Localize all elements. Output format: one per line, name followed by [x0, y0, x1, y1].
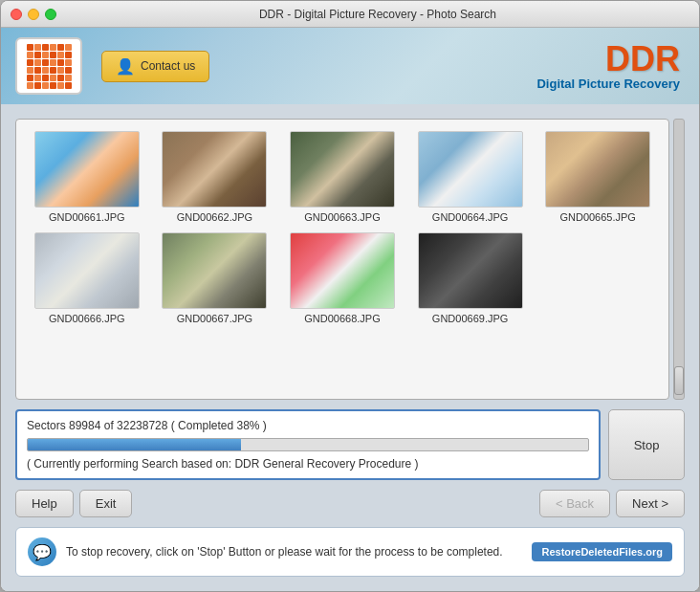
progress-bar-fill — [28, 439, 241, 450]
title-bar: DDR - Digital Picture Recovery - Photo S… — [1, 1, 699, 28]
restore-badge: RestoreDeletedFiles.org — [532, 542, 672, 561]
contact-icon: 👤 — [116, 57, 135, 76]
info-icon: 💬 — [28, 537, 56, 566]
photo-filename: GND00661.JPG — [49, 211, 124, 223]
photo-thumbnail — [290, 232, 395, 309]
stop-button[interactable]: Stop — [608, 409, 685, 480]
photo-item[interactable]: GND00663.JPG — [283, 131, 402, 223]
progress-bar-container — [27, 438, 589, 451]
photo-item[interactable]: GND00664.JPG — [411, 131, 530, 223]
help-button[interactable]: Help — [15, 490, 74, 517]
info-text: To stop recovery, click on 'Stop' Button… — [66, 545, 522, 559]
photo-item[interactable]: GND00666.JPG — [28, 232, 146, 324]
main-window: DDR - Digital Picture Recovery - Photo S… — [0, 0, 700, 592]
photo-thumbnail — [418, 232, 523, 309]
progress-text: Sectors 89984 of 32238728 ( Completed 38… — [27, 419, 589, 432]
info-bar: 💬 To stop recovery, click on 'Stop' Butt… — [15, 527, 685, 577]
contact-button[interactable]: 👤 Contact us — [101, 51, 209, 82]
close-button[interactable] — [11, 9, 22, 20]
photo-thumbnail — [34, 232, 140, 309]
photo-filename: GND00662.JPG — [177, 211, 252, 223]
photo-item[interactable]: GND00665.JPG — [538, 131, 657, 223]
brand-ddr-text: DDR — [536, 42, 680, 77]
photo-filename: GND00669.JPG — [432, 313, 508, 324]
progress-panel: Sectors 89984 of 32238728 ( Completed 38… — [15, 409, 601, 480]
header: 👤 Contact us DDR Digital Picture Recover… — [1, 28, 699, 104]
photo-grid-container: GND00661.JPGGND00662.JPGGND00663.JPGGND0… — [15, 119, 669, 400]
photo-filename: GND00668.JPG — [304, 313, 380, 324]
app-logo — [15, 37, 82, 95]
photo-filename: GND00666.JPG — [49, 313, 124, 324]
progress-area: Sectors 89984 of 32238728 ( Completed 38… — [15, 409, 685, 480]
photo-thumbnail — [34, 131, 140, 208]
logo-grid — [27, 44, 72, 89]
zoom-button[interactable] — [45, 9, 56, 20]
photo-grid: GND00661.JPGGND00662.JPGGND00663.JPGGND0… — [28, 131, 657, 324]
window-title: DDR - Digital Picture Recovery - Photo S… — [66, 8, 689, 21]
exit-button[interactable]: Exit — [79, 490, 133, 517]
photo-thumbnail — [545, 131, 650, 208]
traffic-lights — [11, 9, 56, 20]
photo-item[interactable]: GND00662.JPG — [156, 131, 274, 223]
photo-filename: GND00667.JPG — [177, 313, 252, 324]
nav-buttons: Help Exit < Back Next > — [15, 490, 685, 517]
scrollbar-thumb[interactable] — [674, 366, 684, 395]
photo-filename: GND00664.JPG — [432, 211, 508, 223]
next-button[interactable]: Next > — [616, 490, 685, 517]
scrollbar[interactable] — [673, 119, 685, 400]
photo-filename: GND00663.JPG — [304, 211, 380, 223]
photo-thumbnail — [418, 131, 523, 208]
photo-thumbnail — [162, 232, 267, 309]
photo-item[interactable]: GND00669.JPG — [411, 232, 530, 324]
minimize-button[interactable] — [28, 9, 39, 20]
nav-spacer — [138, 498, 534, 510]
contact-button-label: Contact us — [141, 59, 195, 73]
photo-thumbnail — [162, 131, 267, 208]
main-content: GND00661.JPGGND00662.JPGGND00663.JPGGND0… — [1, 104, 699, 591]
photo-item[interactable]: GND00667.JPG — [156, 232, 274, 324]
brand-subtitle-text: Digital Picture Recovery — [536, 77, 680, 91]
back-button[interactable]: < Back — [539, 490, 610, 517]
photo-thumbnail — [290, 131, 395, 208]
photo-item[interactable]: GND00668.JPG — [283, 232, 402, 324]
photo-filename: GND00665.JPG — [559, 211, 635, 223]
photo-item[interactable]: GND00661.JPG — [28, 131, 146, 223]
progress-status: ( Currently performing Search based on: … — [27, 457, 589, 471]
brand-area: DDR Digital Picture Recovery — [536, 42, 680, 91]
